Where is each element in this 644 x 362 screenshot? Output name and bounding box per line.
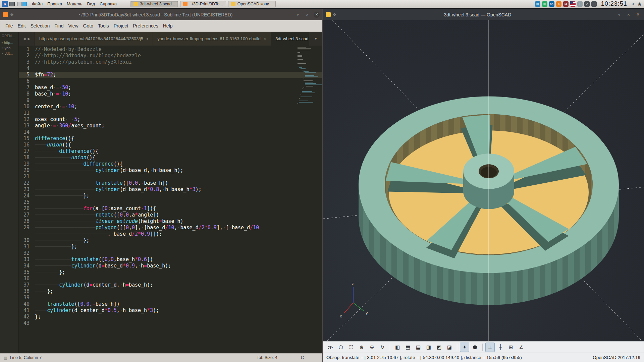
sidebar-toggle-icon[interactable]: ▤ [4, 356, 7, 360]
measure-angle-button[interactable]: ∠ [517, 343, 526, 352]
line-number [19, 231, 35, 237]
code-area[interactable]: 1//·Modeled·by·Bedazzle2//·http://3dtoda… [19, 46, 322, 326]
menu-item[interactable]: Правка [45, 0, 64, 8]
openscad-titlebar[interactable]: ❖ 3dt-wheel.3.scad — OpenSCAD ˅ ˄ ✕ [323, 9, 644, 20]
tray-updates-icon[interactable]: ✳ [556, 1, 561, 7]
menu-item[interactable]: Файл [30, 0, 45, 8]
viewport-3d[interactable]: z x y [323, 20, 644, 341]
show-scale-markers-button[interactable]: ┼ [496, 343, 505, 352]
zoom-in-button[interactable]: ⊕ [357, 343, 366, 352]
code-line: 1//·Modeled·by·Bedazzle [19, 46, 322, 53]
code-line: 41────cylinder(d=center_d*0.5,·h=base_h*… [19, 307, 322, 314]
tray-network-icon[interactable]: ▥ [542, 1, 547, 7]
taskbar-button[interactable]: 3dt-wheel.3.scad... [130, 1, 178, 7]
app-launcher-icon[interactable]: K [2, 1, 8, 7]
tray-display-icon[interactable]: ▢ [591, 1, 597, 7]
reset-view-button[interactable]: ↻ [378, 343, 387, 352]
menu-item[interactable]: Модель [64, 0, 85, 8]
sublime-menubar: FileEditSelectionFindViewGotoToolsProjec… [0, 20, 322, 32]
tray-hp-device-icon[interactable]: hp [549, 1, 554, 7]
menu-edit[interactable]: Edit [15, 23, 28, 28]
view-all-button[interactable]: ⬡ [336, 343, 345, 352]
view-front-button[interactable]: ◩ [434, 343, 444, 352]
orthogonal-view-button[interactable]: ⊞ [506, 343, 516, 352]
lock-screen-icon[interactable]: ◐ [632, 1, 636, 6]
zoom-window-button[interactable]: ⛶ [346, 343, 356, 352]
tray-mail-icon[interactable]: ✉ [563, 1, 569, 7]
tray-klipper-icon[interactable]: ▤ [535, 1, 540, 7]
shade-button[interactable]: ˅ [295, 12, 301, 18]
view-back-button[interactable]: ◪ [445, 343, 454, 352]
tab[interactable]: yandex-browser-ffmpeg-codecs-61.0.3163.1… [153, 32, 271, 46]
menu-selection[interactable]: Selection [28, 23, 52, 28]
code-text: base_h·=·10; [35, 91, 71, 97]
show-desktop-icon[interactable] [9, 2, 15, 6]
open-file-item[interactable]: ●http... [0, 40, 18, 45]
tray-volume-icon[interactable]: ◁ [584, 1, 590, 7]
view-left-button[interactable]: ◨ [424, 343, 433, 352]
code-line: 42}; [19, 314, 322, 320]
menu-view[interactable]: View [66, 23, 81, 28]
console-toggle-button[interactable]: ≫ [326, 343, 335, 352]
minimap-line [299, 102, 313, 103]
open-file-item[interactable]: ✕yan... [0, 45, 18, 51]
syntax-indicator[interactable]: C [301, 355, 304, 360]
zoom-out-button[interactable]: ⊖ [367, 343, 377, 352]
code-line: 36 [19, 276, 322, 282]
shade-button[interactable]: ˅ [616, 12, 622, 18]
tab-scroll-buttons[interactable]: ◀ ▶ [19, 32, 35, 46]
tab-label: https://pp.userapi.com/c841026/v84102644… [39, 36, 143, 41]
tray-notifications-icon[interactable]: i [577, 1, 583, 7]
tab-label: 3dt-wheel.3.scad [275, 36, 308, 41]
view-top-button[interactable]: ⬒ [403, 343, 413, 352]
show-axes-button[interactable]: ⟂ [485, 343, 495, 352]
cursor-position: Line 5, Column 7 [10, 355, 42, 360]
tab[interactable]: 3dt-wheel.3.scad✕ [271, 32, 309, 46]
menu-item[interactable]: Вид [85, 0, 98, 8]
virtual-desktop-pager[interactable] [17, 2, 27, 6]
menu-goto[interactable]: Goto [81, 23, 96, 28]
menu-preferences[interactable]: Preferences [130, 23, 160, 28]
code-text: center_d·=·10; [35, 104, 77, 110]
code-line: 13angle·=·360/axes_count; [19, 123, 322, 129]
menu-tools[interactable]: Tools [96, 23, 111, 28]
menu-item[interactable]: Справка [97, 0, 119, 8]
tab-size-indicator[interactable]: Tab Size: 4 [257, 355, 277, 360]
maximize-button[interactable]: ˄ [626, 12, 632, 18]
tab-close-icon[interactable]: ✕ [264, 37, 266, 41]
pin-icon[interactable]: ❖ [333, 12, 336, 17]
minimap[interactable] [297, 46, 322, 107]
line-number: 14 [19, 129, 35, 135]
close-button[interactable]: ✕ [314, 12, 320, 18]
tab[interactable]: https://pp.userapi.com/c841026/v84102644… [35, 32, 153, 46]
leave-session-icon[interactable]: ◉ [637, 1, 642, 6]
preview-button[interactable]: ✦ [460, 343, 469, 352]
tab-overflow-button[interactable]: ▼ [309, 32, 322, 46]
taskbar-button[interactable]: ~/3D-Print/3DTo... [180, 1, 226, 7]
desktop-2[interactable] [22, 2, 27, 6]
clock-widget[interactable]: 10:23:51 [601, 0, 627, 7]
line-number: 9 [19, 97, 35, 104]
menu-help[interactable]: Help [161, 23, 175, 28]
openscad-window: ❖ 3dt-wheel.3.scad — OpenSCAD ˅ ˄ ✕ [323, 9, 644, 362]
open-file-item[interactable]: ✕3dt... [0, 51, 18, 56]
sublime-titlebar[interactable]: ❖ ~/3D-Print/3DTooDay/3dt-wheel.3.scad -… [0, 9, 322, 20]
close-button[interactable]: ✕ [635, 12, 641, 18]
code-line: 20────────────────────cylinder(d=base_d,… [19, 167, 322, 174]
desktop-1[interactable] [17, 2, 22, 6]
menu-project[interactable]: Project [111, 23, 131, 28]
tab-close-icon[interactable]: ● [146, 37, 148, 41]
tab-scroll-left-icon[interactable]: ◀ [23, 37, 26, 41]
menu-find[interactable]: Find [52, 23, 66, 28]
tab-scroll-right-icon[interactable]: ▶ [28, 37, 31, 41]
code-editor[interactable]: 1//·Modeled·by·Bedazzle2//·http://3dtoda… [19, 46, 322, 353]
tray-keyboard-layout-flag-icon[interactable] [570, 1, 576, 7]
line-number: 13 [19, 123, 35, 129]
menu-file[interactable]: File [3, 23, 15, 28]
pin-icon[interactable]: ❖ [10, 12, 14, 17]
taskbar-button[interactable]: OpenSCAD копи... [228, 1, 276, 7]
view-bottom-button[interactable]: ⬓ [414, 343, 423, 352]
render-button[interactable]: ⬢ [470, 343, 480, 352]
view-right-button[interactable]: ◧ [393, 343, 402, 352]
maximize-button[interactable]: ˄ [304, 12, 310, 18]
